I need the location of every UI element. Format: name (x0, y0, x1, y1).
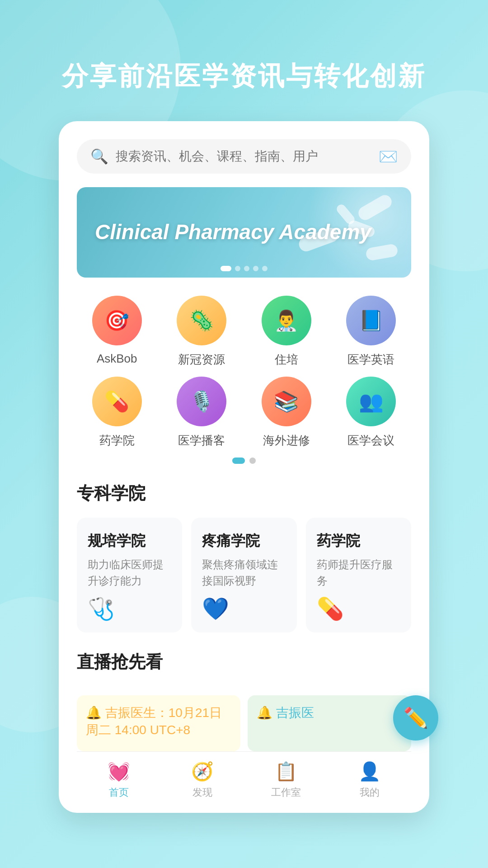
icon-label-6: 海外进修 (263, 433, 310, 448)
icon-label-3: 医学英语 (347, 352, 394, 368)
grid-dot-2[interactable] (249, 458, 256, 464)
nav-item-我的[interactable]: 👤 我的 (328, 761, 411, 799)
bottom-nav: 💓 首页 🧭 发现 📋 工作室 👤 我的 (77, 751, 411, 813)
specialty-card-icon-2: 💊 (317, 596, 400, 622)
icon-item-3[interactable]: 📘 医学英语 (331, 296, 412, 368)
icon-label-1: 新冠资源 (178, 352, 225, 368)
specialty-card-2[interactable]: 药学院 药师提升医疗服务 💊 (306, 518, 411, 632)
specialty-cards: 规培学院 助力临床医师提升诊疗能力 🩺 疼痛学院 聚焦疼痛领域连接国际视野 💙 … (77, 518, 411, 632)
specialty-card-title-1: 疼痛学院 (202, 531, 286, 551)
icon-item-6[interactable]: 📚 海外进修 (246, 377, 327, 448)
specialty-card-icon-1: 💙 (202, 596, 286, 622)
icon-item-5[interactable]: 🎙️ 医学播客 (162, 377, 242, 448)
banner-dot-5[interactable] (262, 266, 267, 271)
live-section: 直播抢先看 🔔 吉振医生：10月21日 周二 14:00 UTC+8 🔔 吉振医 (77, 651, 411, 751)
nav-label-1: 发现 (192, 786, 212, 799)
icon-label-5: 医学播客 (178, 433, 225, 448)
nav-item-工作室[interactable]: 📋 工作室 (244, 761, 328, 799)
live-card-2[interactable]: 🔔 吉振医 (248, 695, 411, 751)
nav-label-2: 工作室 (271, 786, 301, 799)
specialty-card-title-0: 规培学院 (88, 531, 171, 551)
live-card-2-text: 吉振医 (276, 706, 314, 720)
fab-button[interactable]: ✏️ (393, 695, 438, 741)
nav-label-3: 我的 (360, 786, 380, 799)
specialty-card-1[interactable]: 疼痛学院 聚焦疼痛领域连接国际视野 💙 (191, 518, 296, 632)
search-icon: 🔍 (90, 148, 108, 165)
icon-item-1[interactable]: 🦠 新冠资源 (162, 296, 242, 368)
search-input[interactable] (116, 149, 379, 164)
nav-item-首页[interactable]: 💓 首页 (77, 761, 160, 799)
icon-item-2[interactable]: 👨‍⚕️ 住培 (246, 296, 327, 368)
grid-page-dots (77, 458, 411, 464)
banner-title: Clinical Pharmacy Academy (77, 206, 389, 258)
nav-icon-3: 👤 (358, 761, 381, 782)
icon-item-0[interactable]: 🎯 AskBob (77, 296, 157, 368)
live-preview: 🔔 吉振医生：10月21日 周二 14:00 UTC+8 🔔 吉振医 (77, 695, 411, 751)
icon-circle-6: 📚 (262, 377, 311, 426)
banner-dot-4[interactable] (253, 266, 258, 271)
grid-dot-1[interactable] (232, 458, 245, 464)
nav-icon-2: 📋 (275, 761, 297, 782)
live-card-1[interactable]: 🔔 吉振医生：10月21日 周二 14:00 UTC+8 (77, 695, 240, 751)
live-card-1-text: 吉振医生：10月21日 周二 14:00 UTC+8 (86, 706, 222, 737)
icon-label-2: 住培 (275, 352, 298, 368)
icon-label-4: 药学院 (99, 433, 135, 448)
banner-dot-3[interactable] (244, 266, 249, 271)
banner: Clinical Pharmacy Academy (77, 187, 411, 278)
nav-icon-1: 🧭 (191, 761, 214, 782)
specialty-card-0[interactable]: 规培学院 助力临床医师提升诊疗能力 🩺 (77, 518, 182, 632)
nav-icon-0: 💓 (108, 761, 130, 782)
nav-label-0: 首页 (109, 786, 129, 799)
icon-circle-2: 👨‍⚕️ (262, 296, 311, 345)
icon-label-7: 医学会议 (347, 433, 394, 448)
hero-tagline: 分享前沿医学资讯与转化创新 (0, 0, 488, 121)
banner-dot-2[interactable] (235, 266, 240, 271)
icon-circle-0: 🎯 (92, 296, 142, 345)
banner-dot-1[interactable] (221, 266, 231, 271)
icon-circle-3: 📘 (346, 296, 396, 345)
live-section-title: 直播抢先看 (77, 651, 163, 674)
icon-circle-5: 🎙️ (177, 377, 226, 426)
specialty-card-desc-0: 助力临床医师提升诊疗能力 (88, 557, 171, 589)
nav-item-发现[interactable]: 🧭 发现 (160, 761, 244, 799)
specialty-card-desc-2: 药师提升医疗服务 (317, 557, 400, 589)
icon-item-7[interactable]: 👥 医学会议 (331, 377, 412, 448)
icon-circle-4: 💊 (92, 377, 142, 426)
mail-icon[interactable]: ✉️ (379, 147, 398, 165)
icon-circle-7: 👥 (346, 377, 396, 426)
phone-card: 🔍 ✉️ Clinical Pharmacy Academy 🎯 AskBob … (59, 121, 429, 813)
specialty-section-title: 专科学院 (77, 482, 411, 505)
icon-grid: 🎯 AskBob 🦠 新冠资源 👨‍⚕️ 住培 📘 医学英语 💊 药学院 🎙️ … (77, 296, 411, 448)
specialty-card-icon-0: 🩺 (88, 596, 171, 622)
icon-circle-1: 🦠 (177, 296, 226, 345)
banner-dots (221, 266, 267, 271)
icon-label-0: AskBob (97, 352, 137, 366)
specialty-card-title-2: 药学院 (317, 531, 400, 551)
icon-item-4[interactable]: 💊 药学院 (77, 377, 157, 448)
specialty-card-desc-1: 聚焦疼痛领域连接国际视野 (202, 557, 286, 589)
search-bar[interactable]: 🔍 ✉️ (77, 139, 411, 174)
